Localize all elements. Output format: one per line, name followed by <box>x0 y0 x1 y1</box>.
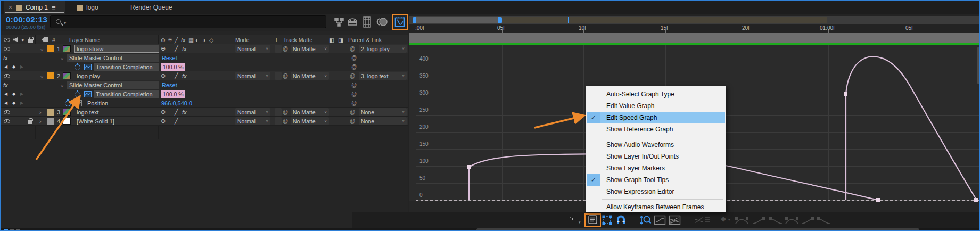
current-time-display[interactable]: 0:00:02:13 <box>6 15 47 24</box>
ease-out-icon-2[interactable] <box>817 215 831 225</box>
property-value[interactable]: 100.0 % <box>161 63 185 71</box>
layer-row-logo-text[interactable]: › 3 logo text ⊕ ╱ fx Normal˅ @ No Matte˅… <box>1 108 408 117</box>
close-icon[interactable]: × <box>9 4 12 11</box>
tab-comp1[interactable]: × Comp 1 ≡ <box>4 1 65 14</box>
reset-link[interactable]: Reset <box>162 53 177 62</box>
property-row-transition-completion[interactable]: ◀ ◆ ▶ Transition Completion 100.0 % @ <box>1 62 408 71</box>
auto-zoom-graph-icon[interactable] <box>639 214 652 226</box>
search-input[interactable]: ▾ <box>50 15 326 28</box>
track-matte-column-header[interactable]: Track Matte <box>283 35 312 44</box>
stopwatch-icon[interactable] <box>75 92 80 97</box>
property-graph-icon[interactable] <box>75 100 82 106</box>
expand-chevron-icon[interactable]: ⌄ <box>60 53 64 62</box>
menu-item-auto-select-graph-type[interactable]: Auto-Select Graph Type <box>587 88 725 100</box>
index-column-header[interactable]: # <box>52 35 55 44</box>
composition-flowchart-icon[interactable] <box>334 17 344 27</box>
property-row-position[interactable]: ◀ ◆ ▶ Position 966.0,540.0 @ <box>1 98 408 108</box>
panel-menu-icon[interactable]: ≡ <box>52 4 56 12</box>
stopwatch-icon[interactable] <box>65 101 71 106</box>
property-value[interactable]: 100.0 % <box>161 90 185 98</box>
timeline-toggle-mini-icon[interactable] <box>16 229 20 231</box>
menu-item-show-layer-markers[interactable]: Show Layer Markers <box>587 162 725 174</box>
anchor-switch[interactable]: ⊕ <box>161 44 166 53</box>
ease-in-icon[interactable] <box>752 215 767 225</box>
graph-editor-icon[interactable] <box>394 17 405 27</box>
tab-logo[interactable]: logo <box>75 1 117 14</box>
quality-switch[interactable]: ╱ <box>175 71 178 80</box>
menu-item-show-audio-waveforms[interactable]: Show Audio Waveforms <box>587 139 725 151</box>
track-matte-dropdown[interactable]: No Matte˅ <box>291 45 329 53</box>
eye-icon[interactable] <box>4 47 10 51</box>
add-keyframe-icon[interactable]: ◆ <box>12 62 15 71</box>
collapsed-chevron-icon[interactable]: › <box>39 108 42 117</box>
stopwatch-icon[interactable] <box>75 64 80 70</box>
navigator-end-handle[interactable] <box>498 17 502 23</box>
fit-selection-icon[interactable] <box>654 215 666 225</box>
lock-column-icon[interactable] <box>28 39 33 43</box>
prev-keyframe-icon[interactable]: ◀ <box>4 98 7 108</box>
snap-magnet-icon[interactable] <box>615 214 627 226</box>
parent-pickwhip-icon[interactable]: @ <box>351 53 357 62</box>
quality-switch[interactable]: ╱ <box>175 44 178 53</box>
fx-switch[interactable]: fx <box>182 44 187 53</box>
property-name[interactable]: Transition Completion <box>96 62 153 71</box>
t-toggle[interactable] <box>275 45 282 53</box>
menu-item-show-expression-editor[interactable]: Show Expression Editor <box>587 186 725 197</box>
parent-pickwhip-icon[interactable]: @ <box>351 80 357 89</box>
layer-name[interactable]: logo straw <box>77 44 103 53</box>
navigator-start-handle[interactable] <box>413 17 416 23</box>
search-options-chevron[interactable]: ▾ <box>64 21 66 26</box>
ease-out-icon[interactable] <box>769 215 784 225</box>
layer-name[interactable]: logo play <box>77 71 100 80</box>
menu-item-show-layer-in-out-points[interactable]: Show Layer In/Out Points <box>587 151 725 162</box>
effect-group-row[interactable]: fx ⌄ Slide Master Control Reset @ <box>1 80 408 89</box>
separate-dimensions-icon[interactable] <box>693 215 711 225</box>
effect-group-name[interactable]: Slide Master Control <box>69 80 122 89</box>
parent-pickwhip-icon[interactable]: @ <box>350 71 355 80</box>
prev-keyframe-icon[interactable]: ◀ <box>4 89 7 98</box>
eye-icon[interactable] <box>4 119 10 123</box>
blend-mode-dropdown[interactable]: Normal˅ <box>235 117 270 125</box>
menu-item-allow-keyframes-between-frames[interactable]: Allow Keyframes Between Frames <box>587 201 725 213</box>
lock-icon[interactable] <box>28 120 32 124</box>
parent-dropdown[interactable]: None˅ <box>359 108 407 116</box>
timeline-toggle-mini-icon[interactable] <box>4 229 8 231</box>
menu-item-show-graph-tool-tips[interactable]: ✓ Show Graph Tool Tips <box>587 174 725 186</box>
layer-row-logo-play[interactable]: ⌄ 2 logo play ⊕ ╱ fx Normal˅ @ No Matte˅… <box>1 71 408 80</box>
label-color-swatch[interactable] <box>47 72 54 79</box>
expand-chevron-icon[interactable]: ⌄ <box>39 71 44 80</box>
horizontal-scrollbar[interactable] <box>476 228 919 231</box>
effect-group-row[interactable]: fx ⌄ Slide Master Control Reset @ <box>1 53 408 62</box>
matte-pickwhip-icon[interactable]: @ <box>283 108 288 117</box>
reset-link[interactable]: Reset <box>162 80 177 89</box>
property-name[interactable]: Transition Completion <box>96 89 153 98</box>
navigator-playhead-tick[interactable] <box>568 17 569 23</box>
motion-blur-icon[interactable] <box>376 16 388 28</box>
t-column-header[interactable]: T <box>275 35 278 44</box>
expand-chevron-icon[interactable]: ⌄ <box>39 44 44 53</box>
parent-link-column-header[interactable]: Parent & Link <box>348 35 382 44</box>
matte-pickwhip-icon[interactable]: @ <box>283 44 288 53</box>
add-keyframe-icon[interactable]: ◆ <box>12 98 15 108</box>
frame-blend-icon[interactable] <box>363 16 373 28</box>
graph-vertical-scrollbar[interactable] <box>977 47 980 84</box>
layer-row-white-solid[interactable]: › 4 [White Solid 1] ⊕ ╱ Normal˅ @ No Mat… <box>1 117 408 126</box>
label-color-swatch[interactable] <box>47 45 54 52</box>
tab-render-queue[interactable]: Render Queue <box>130 1 184 14</box>
time-ruler[interactable]: :00f 05f 10f 15f 20f 01:00f 05f <box>409 24 980 33</box>
blend-mode-dropdown[interactable]: Normal˅ <box>235 108 270 116</box>
parent-pickwhip-icon[interactable]: @ <box>350 44 355 53</box>
property-graph-icon[interactable] <box>84 64 92 70</box>
ease-in-icon-2[interactable] <box>801 215 816 225</box>
solo-column-icon[interactable]: ● <box>21 35 24 44</box>
timeline-toggle-mini-icon[interactable] <box>10 229 14 231</box>
property-value[interactable]: 966.0,540.0 <box>161 98 192 108</box>
parent-dropdown[interactable]: None˅ <box>359 117 407 125</box>
track-matte-dropdown[interactable]: No Matte˅ <box>291 72 329 80</box>
parent-dropdown[interactable]: 3. logo text˅ <box>359 72 407 80</box>
eye-dropdown-chevron[interactable]: ▾ <box>579 220 581 225</box>
audio-column-icon[interactable] <box>13 37 18 43</box>
parent-pickwhip-icon[interactable]: @ <box>350 117 355 126</box>
t-toggle[interactable] <box>275 108 282 116</box>
next-keyframe-icon[interactable]: ▶ <box>20 89 23 98</box>
